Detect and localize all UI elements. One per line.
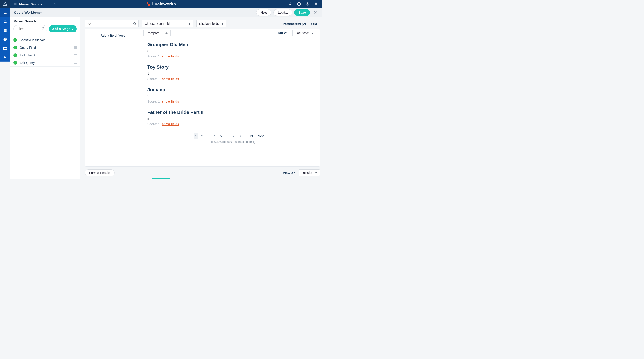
- stage-item[interactable]: Solr Query: [10, 59, 80, 66]
- show-fields-link[interactable]: show fields: [162, 122, 179, 126]
- main-area: Choose Sort Field ▾ Display Fields ▾ Par…: [80, 17, 322, 180]
- stage-item[interactable]: Boost with Signals: [10, 36, 80, 44]
- rail-app[interactable]: [0, 44, 10, 53]
- rail-analytics[interactable]: [0, 35, 10, 44]
- layers-icon: [14, 2, 17, 6]
- svg-point-7: [289, 3, 291, 5]
- svg-rect-2: [14, 3, 16, 4]
- add-stage-button[interactable]: Add a Stage: [49, 25, 77, 32]
- doc-score: Score: 1: [147, 122, 160, 126]
- load-button[interactable]: Load...: [274, 9, 292, 16]
- show-fields-link[interactable]: show fields: [162, 54, 179, 58]
- search-icon[interactable]: [288, 2, 292, 6]
- bell-icon[interactable]: [306, 2, 310, 6]
- doc-score: Score: 1: [147, 100, 160, 103]
- chevron-down-icon: [54, 3, 56, 5]
- brand-text: Lucidworks: [152, 2, 176, 6]
- chevron-down-icon: ▾: [222, 22, 224, 26]
- status-dot-icon: [14, 61, 17, 64]
- result-doc: Toy Story1Score: 1show fields: [147, 64, 312, 81]
- results-summary: 1-10 of 9,125 docs (0 ms, max-score 1): [147, 140, 312, 144]
- page-number[interactable]: 7: [231, 134, 236, 139]
- svg-point-12: [315, 3, 317, 4]
- svg-rect-14: [4, 30, 6, 30]
- doc-id: 3: [147, 49, 312, 53]
- results-column: Compare ＋ Diff vs: Last save ▾ Grumpier …: [140, 29, 320, 166]
- rail-index-out[interactable]: [0, 17, 10, 26]
- new-button[interactable]: New: [256, 9, 271, 16]
- workbench-title: Query Workbench: [14, 10, 43, 14]
- user-icon[interactable]: [314, 2, 318, 6]
- drag-handle-icon[interactable]: [74, 46, 77, 49]
- page-number[interactable]: 5: [219, 134, 223, 139]
- pipeline-panel: Movie_Search Add a Stage Boost with Sign…: [10, 17, 80, 180]
- page-number[interactable]: 4: [212, 134, 217, 139]
- results-bar: Compare ＋ Diff vs: Last save ▾: [140, 29, 320, 37]
- display-fields-dropdown[interactable]: Display Fields ▾: [196, 20, 226, 28]
- drag-handle-icon[interactable]: [74, 39, 77, 41]
- workbench-header: Query Workbench New Load... Save ✕: [10, 8, 322, 17]
- topbar: Movie_Search Lucidworks ?: [0, 0, 322, 8]
- query-toolbar: Choose Sort Field ▾ Display Fields ▾ Par…: [80, 17, 322, 28]
- doc-title: Father of the Bride Part II: [147, 110, 312, 115]
- svg-point-1: [5, 4, 6, 5]
- product-logo[interactable]: [0, 0, 10, 8]
- show-fields-link[interactable]: show fields: [162, 77, 179, 81]
- result-doc: Jumanji2Score: 1show fields: [147, 87, 312, 103]
- svg-rect-17: [4, 47, 7, 48]
- save-button[interactable]: Save: [294, 9, 310, 16]
- svg-text:?: ?: [298, 3, 300, 5]
- window-icon: [3, 46, 8, 50]
- format-results-button[interactable]: Format Results: [85, 170, 115, 176]
- page-ellipsis[interactable]: ...913: [244, 134, 254, 139]
- page-number[interactable]: 3: [206, 134, 211, 139]
- page-number[interactable]: 8: [238, 134, 242, 139]
- drag-handle-icon[interactable]: [74, 54, 77, 56]
- svg-point-32: [134, 22, 135, 24]
- page-number[interactable]: 6: [225, 134, 230, 139]
- rail-tools[interactable]: [0, 53, 10, 62]
- svg-point-11: [307, 5, 308, 5]
- add-field-facet-link[interactable]: Add a field facet: [100, 34, 124, 37]
- app-selector[interactable]: Movie_Search: [10, 2, 60, 6]
- pager: 12345678...913Next: [147, 132, 312, 139]
- doc-title: Jumanji: [147, 87, 312, 92]
- stage-label: Solr Query: [20, 61, 71, 64]
- doc-title: Toy Story: [147, 64, 312, 70]
- svg-rect-13: [4, 29, 6, 30]
- compare-button[interactable]: Compare: [144, 30, 163, 36]
- rail-ingest[interactable]: [0, 8, 10, 17]
- sort-field-dropdown[interactable]: Choose Sort Field ▾: [142, 20, 193, 28]
- svg-line-19: [44, 29, 44, 30]
- resize-handle[interactable]: [152, 178, 170, 180]
- pipeline-name: Movie_Search: [14, 19, 77, 23]
- result-doc: Father of the Bride Part II5Score: 1show…: [147, 110, 312, 126]
- stage-item[interactable]: Query Fields: [10, 44, 80, 52]
- diff-target-dropdown[interactable]: Last save ▾: [292, 30, 316, 36]
- run-query-button[interactable]: [131, 20, 138, 28]
- rail-collections[interactable]: [0, 26, 10, 35]
- view-as-dropdown[interactable]: Results ▾: [299, 170, 320, 176]
- help-icon[interactable]: ?: [297, 2, 301, 6]
- query-input[interactable]: [85, 20, 131, 27]
- stage-item[interactable]: Field Facet: [10, 52, 80, 59]
- close-icon[interactable]: ✕: [312, 10, 318, 15]
- pie-chart-icon: [3, 37, 8, 42]
- stage-list: Boost with SignalsQuery FieldsField Face…: [10, 36, 80, 66]
- status-dot-icon: [14, 38, 17, 42]
- page-number[interactable]: 1: [194, 134, 198, 139]
- page-next[interactable]: Next: [256, 134, 266, 139]
- drag-handle-icon[interactable]: [74, 62, 77, 64]
- chevron-down-icon: [72, 28, 74, 30]
- uri-link[interactable]: URI: [311, 22, 317, 26]
- status-dot-icon: [14, 54, 17, 57]
- add-compare-button[interactable]: ＋: [163, 30, 170, 36]
- doc-id: 2: [147, 94, 312, 98]
- app-name: Movie_Search: [19, 2, 42, 6]
- page-number[interactable]: 2: [200, 134, 204, 139]
- show-fields-link[interactable]: show fields: [162, 100, 179, 103]
- diff-label: Diff vs:: [278, 31, 288, 35]
- doc-title: Grumpier Old Men: [147, 42, 312, 47]
- parameters-link[interactable]: Parameters (2): [283, 22, 306, 26]
- brand-glyph-icon: [146, 2, 150, 6]
